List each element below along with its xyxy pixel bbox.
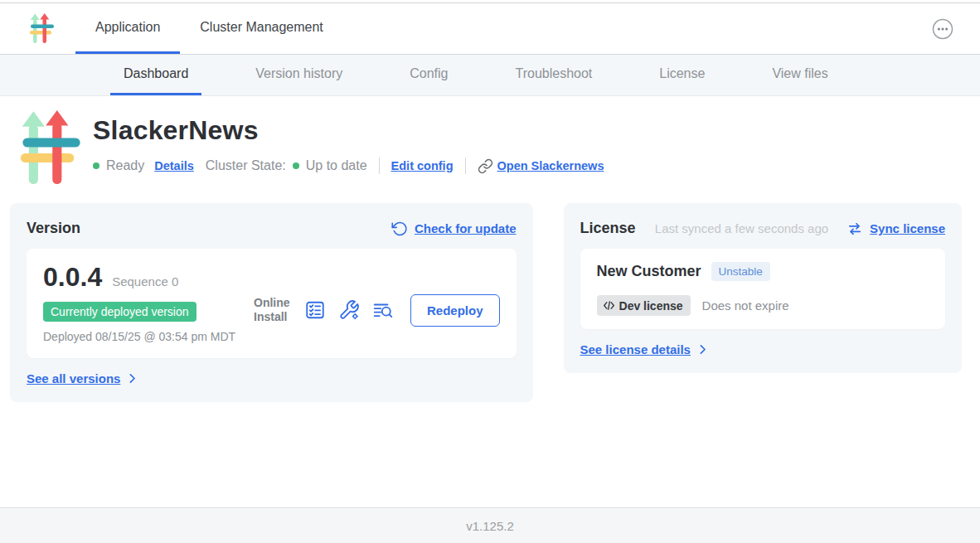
app-status-text: Ready bbox=[106, 158, 144, 173]
deploy-logs-icon[interactable] bbox=[372, 299, 394, 321]
edit-config-link[interactable]: Edit config bbox=[391, 159, 454, 172]
license-card-title: License bbox=[580, 220, 636, 237]
app-ready-dot-icon bbox=[93, 162, 99, 169]
open-app-link-label: Open Slackernews bbox=[497, 159, 604, 172]
license-detail-panel: New Customer Unstable Dev license Does n… bbox=[580, 249, 945, 329]
chevron-right-icon bbox=[125, 371, 139, 385]
mint-arrow bbox=[31, 14, 40, 44]
top-navbar: Application Cluster Management bbox=[0, 2, 980, 55]
last-synced-text: Last synced a few seconds ago bbox=[655, 221, 828, 235]
license-card: License Last synced a few seconds ago Sy… bbox=[564, 203, 962, 373]
page-title: SlackerNews bbox=[93, 115, 604, 146]
tab-license[interactable]: License bbox=[646, 55, 718, 95]
console-footer: v1.125.2 bbox=[0, 507, 980, 543]
cluster-state-dot-icon bbox=[293, 162, 299, 169]
more-options-icon[interactable] bbox=[932, 18, 953, 40]
sync-license-link[interactable]: Sync license bbox=[870, 221, 945, 235]
dashboard-cards: Version Check for update 0.0.4 Sequence … bbox=[0, 188, 980, 402]
chevron-right-icon bbox=[696, 342, 710, 356]
open-app-link[interactable]: Open Slackernews bbox=[478, 158, 604, 174]
status-details-link[interactable]: Details bbox=[154, 159, 194, 172]
tab-application[interactable]: Application bbox=[75, 3, 180, 54]
customer-name: New Customer bbox=[597, 263, 701, 280]
preflight-checks-icon[interactable] bbox=[304, 299, 326, 321]
tab-view-files[interactable]: View files bbox=[759, 55, 841, 95]
license-type-badge: Dev license bbox=[597, 295, 691, 316]
license-type-badge-label: Dev license bbox=[619, 299, 683, 313]
see-all-versions-link[interactable]: See all versions bbox=[27, 371, 120, 385]
deployed-badge: Currently deployed version bbox=[43, 302, 196, 322]
deployed-timestamp: Deployed 08/15/25 @ 03:54 pm MDT bbox=[43, 329, 238, 345]
redeploy-button[interactable]: Redeploy bbox=[410, 294, 500, 327]
slackernews-logo-icon bbox=[30, 12, 55, 46]
app-header: SlackerNews Ready Details Cluster State:… bbox=[0, 96, 980, 188]
see-license-details-link[interactable]: See license details bbox=[580, 342, 691, 356]
tab-cluster-management-label: Cluster Management bbox=[200, 20, 323, 35]
current-version-panel: 0.0.4 Sequence 0 Currently deployed vers… bbox=[27, 249, 517, 358]
slackernews-logo-large-icon bbox=[20, 110, 83, 188]
tab-view-files-label: View files bbox=[772, 66, 827, 81]
app-status-row: Ready Details Cluster State: Up to date … bbox=[93, 158, 604, 174]
cluster-state-label: Cluster State: bbox=[206, 158, 286, 173]
tab-license-label: License bbox=[659, 66, 705, 81]
code-icon bbox=[602, 298, 616, 313]
license-expiry: Does not expire bbox=[702, 298, 789, 313]
tab-config[interactable]: Config bbox=[396, 55, 461, 95]
tab-troubleshoot-label: Troubleshoot bbox=[515, 66, 592, 81]
check-for-update-link[interactable]: Check for update bbox=[415, 221, 517, 235]
app-subnav: Dashboard Version history Config Trouble… bbox=[0, 55, 980, 96]
version-sequence: Sequence 0 bbox=[112, 274, 178, 288]
version-card-title: Version bbox=[27, 220, 80, 237]
divider bbox=[465, 158, 466, 174]
tab-troubleshoot[interactable]: Troubleshoot bbox=[502, 55, 605, 95]
check-update-icon bbox=[391, 221, 408, 237]
top-tabs: Application Cluster Management bbox=[75, 3, 343, 54]
tab-version-history[interactable]: Version history bbox=[242, 55, 356, 95]
edit-config-wrench-icon[interactable] bbox=[338, 299, 360, 321]
version-number: 0.0.4 bbox=[43, 262, 102, 293]
console-version: v1.125.2 bbox=[466, 519, 514, 533]
tab-dashboard[interactable]: Dashboard bbox=[110, 55, 201, 95]
tab-config-label: Config bbox=[410, 66, 448, 81]
channel-badge: Unstable bbox=[711, 262, 770, 281]
chain-link-icon bbox=[478, 158, 493, 174]
tab-cluster-management[interactable]: Cluster Management bbox=[180, 3, 343, 54]
tab-application-label: Application bbox=[95, 20, 160, 35]
install-type-label: Online Install bbox=[254, 296, 292, 325]
sync-arrows-icon bbox=[847, 221, 863, 237]
tab-version-history-label: Version history bbox=[255, 66, 342, 81]
divider bbox=[379, 158, 380, 174]
version-card: Version Check for update 0.0.4 Sequence … bbox=[10, 203, 533, 402]
tab-dashboard-label: Dashboard bbox=[124, 66, 188, 81]
cluster-state-value: Up to date bbox=[306, 158, 367, 173]
